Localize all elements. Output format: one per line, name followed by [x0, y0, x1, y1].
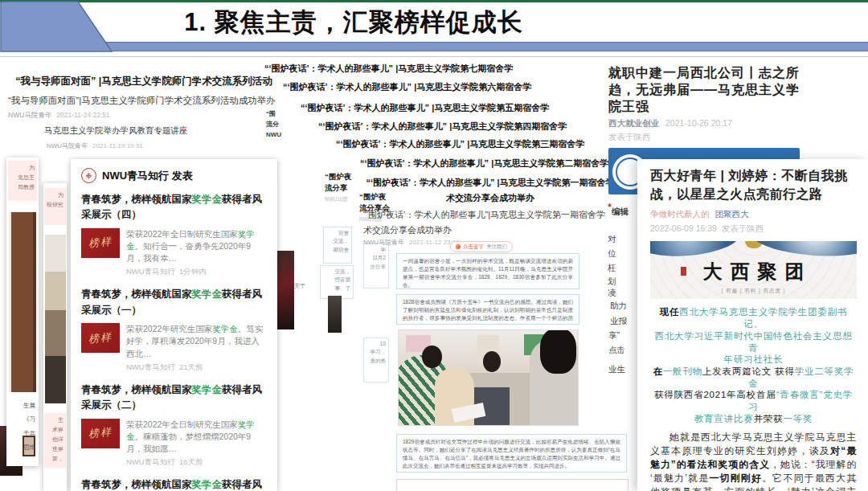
publish-region: 发表于陕西: [608, 132, 651, 143]
feed-item-title[interactable]: 青春筑梦，榜样领航国家奖学金获得者风采展示（四）: [81, 192, 267, 223]
slide-canvas: 1. 聚焦主责，汇聚榜样促成长 “围 流分 NWU 晚， 3本 7日 “围炉夜 …: [0, 0, 868, 491]
feed-item-meta: NWU青马知行 16天前: [126, 457, 267, 468]
feed-item-title[interactable]: 青春筑梦，榜样领航国家奖学金获得者风采展示（一）: [81, 287, 267, 318]
job-article-title[interactable]: 就职中建一局西北公司丨志之所趋，无远弗届——马克思主义学院王强: [608, 64, 809, 115]
article-headline-4[interactable]: “‘围炉夜话’：学术人的那些事儿” |马克思主义学院第四期宿舍学: [318, 121, 567, 133]
text-fragment: 关于: [294, 281, 305, 290]
text-box-fragment: 10 学习， 质的热: [363, 338, 389, 383]
feed-item-thumbnail: 榜样: [81, 323, 120, 353]
pill-label-left: 点击蓝字: [463, 243, 484, 251]
page-title: 1. 聚焦主责，汇聚榜样促成长: [113, 6, 595, 39]
covered-fragment: 享”: [608, 330, 620, 342]
covered-fragment: 业生: [608, 364, 625, 375]
thumbnail-calligraphy: 榜样: [88, 235, 113, 252]
highlight-line: 获得陕西省2021年高校首届“青春微言”党史学习: [650, 389, 857, 412]
text-box-fragment: 学 11月2 次分享: [363, 243, 389, 288]
partial-box: [396, 479, 628, 491]
article-photo: [398, 329, 579, 426]
photo-person: [540, 329, 576, 374]
daxi-banner-image: 大西聚团 | 有趣 | 有料 | 有态度 |: [650, 241, 857, 299]
feed-item[interactable]: 青春筑梦，榜样领航国家奖学金获得者风采展示（四） 榜样 荣获2022年全日制研究…: [81, 192, 267, 277]
feed-item-meta: NWU青马知行 1分钟内: [126, 267, 267, 277]
top-accent-line: [0, 0, 868, 2]
account-name[interactable]: 西大就业创业: [608, 118, 659, 128]
text-fragment: 生展 《习 于共 思维: [5, 399, 35, 454]
headline-line-1: “‘围炉夜话’：学术人的那些事儿” |马克思主义学院第一期宿舍学: [358, 175, 623, 190]
article-headline-7[interactable]: “‘围炉夜话’：学术人的那些事儿” |马克思主义学院第七期宿舍学: [264, 63, 513, 75]
covered-fragment: 枉: [608, 263, 616, 274]
account-seal-icon: ❉: [81, 168, 96, 183]
banner-subtitle: | 有趣 | 有料 | 有态度 |: [650, 288, 857, 295]
fragment-meta: NWU马院: [325, 196, 351, 203]
feed-card: ❉ NWU青马知行 发表 青春筑梦，榜样领航国家奖学金获得者风采展示（四） 榜样…: [71, 159, 277, 491]
article-meta: NWU马院青年2021-11-12 23:06: [363, 238, 460, 247]
article-meta: NWU马院青年2021-11-19 19:31: [47, 141, 143, 150]
feed-item-thumbnail: 榜样: [81, 419, 120, 448]
feed-item-title[interactable]: 青春筑梦，榜样领航国家奖学金获得者风采展示（二）: [81, 383, 267, 414]
article-headline-6[interactable]: “‘围炉夜话’：学术人的那些事儿” |马克思主义学院第六期宿舍学: [283, 81, 531, 93]
highlight-line: 年研习社社长: [650, 354, 857, 366]
header-divider: [0, 56, 868, 57]
feed-account-name[interactable]: NWU青马知行 发表: [102, 169, 193, 183]
article-headline-bold[interactable]: “我与导师面对面” |马克思主义学院师门学术交流系列活动: [11, 75, 276, 88]
article-headline-3[interactable]: “‘围炉夜话’：学术人的那些事儿” |马克思主义学院第三期宿舍学: [336, 138, 584, 150]
feed-item-desc: 荣获2022年全日制研究生国家奖学金。知行合一，奋勇争先2020年9月，我有幸…: [126, 228, 267, 265]
article-headline-small[interactable]: 马克思主义学院举办学风教育专题讲座: [44, 125, 188, 137]
highlight-line: 现任西北大学马克思主义学院学生团委副书记、: [650, 306, 857, 329]
feed-item-desc: 荣获2022年全日制研究生国家奖学金。稼穑蓬勃，梦想熠熠2020年9月，我如愿…: [126, 419, 267, 456]
covered-fragment: 位: [608, 248, 616, 260]
classroom-photo: [45, 235, 66, 403]
fragment-title: “围炉夜 流分享: [325, 171, 351, 194]
liu-article-paragraph: 她就是西北大学马克思主义学院马克思主义基本原理专业的研究生刘婷婷，谈及对“最魅力…: [650, 431, 857, 491]
article-headline-1[interactable]: “‘围炉夜话’：学术人的那些事儿” |马克思主义学院第一期宿舍学 术交流分享会成…: [358, 175, 623, 205]
account-name[interactable]: NWU马院青年: [363, 239, 404, 246]
covered-fragment: 点击: [608, 345, 625, 356]
feed-header: ❉ NWU青马知行 发表: [81, 168, 267, 183]
feed-item-title[interactable]: 青春筑梦，榜样领航国家奖学金获得者风采展示（三）: [81, 477, 267, 491]
job-article-meta: 西大就业创业2021-10-26 20:17: [608, 118, 732, 129]
header-accent-bar: [101, 42, 868, 51]
headline-line-2: 术交流分享会成功举办: [358, 190, 623, 206]
article-title[interactable]: “‘围炉夜话’：学术人的那些事儿”|马克思主义学院第一期宿舍学术交流分享会成功举…: [363, 207, 606, 239]
feed-item[interactable]: 青春筑梦，榜样领航国家奖学金获得者风采展示（三） 榜样 荣获2022年全日制研究…: [81, 477, 267, 491]
publish-time: 2021-10-26 20:17: [665, 118, 732, 128]
pink-header-fragment: 主 术界 他详 世界 策，: [44, 413, 66, 468]
account-name[interactable]: NWU马院青年: [8, 111, 51, 119]
article-headline[interactable]: “我与导师面对面”|马克思主义学院师门学术交流系列活动成功举办: [8, 95, 281, 107]
feed-item[interactable]: 青春筑梦，榜样领航国家奖学金获得者风采展示（一） 榜样 荣获2022年研究生国家…: [81, 287, 267, 372]
liu-article-title[interactable]: 西大好青年 | 刘婷婷：不断自我挑战，以星星之火点亮前行之路: [650, 166, 857, 203]
feed-item-desc: 荣获2022年研究生国家奖学金。笃实好学，厚积薄发2020年9月，我进入西北…: [126, 323, 267, 360]
liu-article-card: 西大好青年 | 刘婷婷：不断自我挑战，以星星之火点亮前行之路 争做时代新人的团聚…: [637, 159, 868, 491]
account-name[interactable]: NWU马院青年: [47, 142, 88, 149]
covered-fragment: 划: [608, 276, 616, 288]
highlight-line: 教育宣讲比赛并荣获一等奖: [650, 413, 857, 425]
paragraph-box-1: 一间温馨的宿舍小屋，一次别样的学术交流，既是畅谈交流增进友谊的新据点，也是营造良…: [396, 253, 579, 289]
article-headline-5[interactable]: “‘围炉夜话’：学术人的那些事儿” |马克思主义学院第五期宿舍学: [301, 102, 549, 114]
follow-pill-button[interactable]: 点击蓝字 关注我们: [450, 241, 513, 252]
covered-fragment: 业报: [610, 316, 627, 327]
follow-dot-icon: [456, 244, 461, 249]
feed-item-thumbnail: 榜样: [81, 228, 120, 258]
porcelain-arc-decoration: [750, 241, 857, 260]
porcelain-arc-decoration: [650, 241, 742, 260]
liu-article-highlights: 现任西北大学马克思主义学院学生团委副书记、 西北大学习近平新时代中国特色社会主义…: [650, 306, 857, 424]
account-name[interactable]: 团聚西大: [715, 209, 749, 219]
photo-fragment: [328, 296, 342, 333]
highlight-line: 金: [650, 378, 857, 390]
article-fragment: “围炉夜 流分享 NWU马院: [325, 171, 351, 203]
paragraph-box-2: 1828宿舍成员围绕《万历十五年》一书交流自己的感想。通过阅读，她们了解到明朝的…: [396, 294, 579, 325]
highlight-line: 在一般刊物上发表两篇论文 获得学业二等奖学: [650, 366, 857, 378]
covered-fragment: 编辑: [612, 207, 628, 218]
article-meta: NWU马院青年2021-11-24 22:51: [8, 111, 110, 121]
banner-calligraphy-title: 大西聚团: [650, 259, 857, 284]
thumbnail-calligraphy: 榜样: [88, 425, 113, 442]
feed-item-meta: NWU青马知行 21天前: [126, 362, 267, 373]
text-box-fragment: 交流， 悟皆源 事、了: [320, 265, 354, 299]
covered-fragment: 助力: [610, 301, 627, 312]
liu-article-time: 2022-06-09 16:39 发表于陕西: [650, 223, 857, 235]
feed-item[interactable]: 青春筑梦，榜样领航国家奖学金获得者风采展示（二） 榜样 荣获2022年全日制研究…: [81, 383, 267, 468]
header-accent-shape: [0, 1, 114, 52]
publish-time: 2022-06-09 16:39: [650, 223, 717, 233]
paragraph-box-3: 1829宿舍成员针对论文写作过程中出现的问题进行交流，比如容易产生焦虑情绪、会陷…: [396, 434, 627, 473]
article-headline-2[interactable]: “‘围炉夜话’：学术人的那些事儿” |马克思主义学院第二期宿舍学: [360, 158, 608, 170]
